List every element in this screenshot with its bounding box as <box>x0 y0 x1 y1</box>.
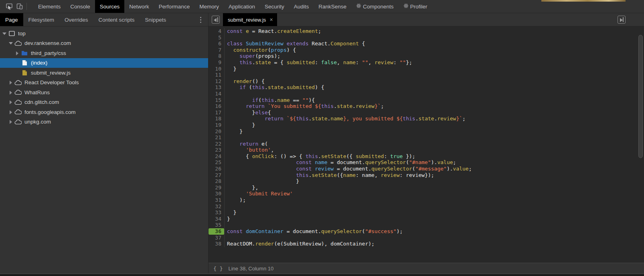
line-number[interactable]: 4 <box>209 28 225 34</box>
line-number[interactable]: 35 <box>209 222 225 228</box>
code-line-7[interactable]: 7 constructor(props) { <box>209 47 644 53</box>
code-line-26[interactable]: 26 const review = document.querySelector… <box>209 166 644 172</box>
code-text[interactable] <box>225 34 227 41</box>
line-number[interactable]: 37 <box>209 235 225 241</box>
code-line-4[interactable]: 4const e = React.createElement; <box>209 28 644 34</box>
line-number[interactable]: 15 <box>209 97 225 104</box>
code-line-21[interactable]: 21 <box>209 134 644 141</box>
main-tab-application[interactable]: Application <box>224 0 260 13</box>
code-text[interactable]: if(this.name == ""){ <box>225 97 315 104</box>
code-text[interactable]: const review = document.querySelector("#… <box>225 166 472 172</box>
code-text[interactable]: } <box>225 128 243 135</box>
code-text[interactable]: } <box>225 209 236 216</box>
line-number[interactable]: 14 <box>209 91 225 97</box>
navigator-tab-snippets[interactable]: Snippets <box>140 13 172 26</box>
line-number[interactable]: 29 <box>209 185 225 191</box>
code-text[interactable]: const name = document.querySelector("#na… <box>225 159 456 166</box>
code-line-13[interactable]: 13 if (this.state.submitted) { <box>209 84 644 91</box>
main-tab-memory[interactable]: Memory <box>194 0 224 13</box>
editor-scrollbar-thumb[interactable] <box>638 35 643 158</box>
pretty-print-icon[interactable]: { } <box>209 266 228 272</box>
code-text[interactable]: } <box>225 66 236 72</box>
line-number[interactable]: 38 <box>209 241 225 247</box>
code-text[interactable]: 'Submit Review' <box>225 191 293 197</box>
code-line-15[interactable]: 15 if(this.name == ""){ <box>209 97 644 104</box>
more-options-icon[interactable] <box>199 16 203 24</box>
line-number[interactable]: 27 <box>209 172 225 179</box>
main-tab-profiler[interactable]: Profiler <box>399 0 432 13</box>
code-line-12[interactable]: 12 render() { <box>209 78 644 85</box>
code-text[interactable]: const domContainer = document.querySelec… <box>225 228 403 235</box>
navigator-tab-filesystem[interactable]: Filesystem <box>23 13 60 26</box>
show-debugger-sidebar-icon[interactable] <box>618 16 626 24</box>
line-number[interactable]: 18 <box>209 116 225 122</box>
tree-item-unpkg-com[interactable]: unpkg.com <box>0 117 208 127</box>
code-line-17[interactable]: 17 }else{ <box>209 110 644 116</box>
code-line-19[interactable]: 19 } <box>209 122 644 128</box>
line-number[interactable]: 28 <box>209 178 225 185</box>
code-line-14[interactable]: 14 <box>209 91 644 97</box>
line-number[interactable]: 31 <box>209 197 225 203</box>
code-text[interactable]: this.state = { submitted: false, name: "… <box>225 59 412 66</box>
line-number[interactable]: 11 <box>209 72 225 78</box>
main-tab-performance[interactable]: Performance <box>154 0 194 13</box>
line-number[interactable]: 16 <box>209 103 225 110</box>
tree-item-dev-ranksense-com[interactable]: dev.ranksense.com <box>0 39 208 49</box>
code-line-16[interactable]: 16 return `You submitted ${this.state.re… <box>209 103 644 110</box>
line-number[interactable]: 10 <box>209 66 225 72</box>
main-tab-security[interactable]: Security <box>260 0 289 13</box>
line-number[interactable]: 9 <box>209 59 225 66</box>
line-number[interactable]: 6 <box>209 41 225 47</box>
editor-tab-submit-review[interactable]: submit_review.js × <box>223 13 277 26</box>
tree-item--index-[interactable]: (index) <box>0 58 208 68</box>
code-text[interactable] <box>225 222 227 228</box>
code-text[interactable]: 'button', <box>225 147 274 153</box>
code-text[interactable]: return `${this.state.name}, you submitte… <box>225 116 466 122</box>
navigator-tab-content-scripts[interactable]: Content scripts <box>93 13 140 26</box>
tree-item-third-party-css[interactable]: third_party/css <box>0 48 208 58</box>
main-tab-ranksense[interactable]: RankSense <box>314 0 351 13</box>
device-toolbar-icon[interactable] <box>14 2 25 11</box>
code-text[interactable] <box>225 235 227 241</box>
code-text[interactable]: constructor(props) { <box>225 47 296 53</box>
line-number[interactable]: 19 <box>209 122 225 128</box>
main-tab-components[interactable]: Components <box>351 0 399 13</box>
code-line-38[interactable]: 38ReactDOM.render(e(SubmitReview), domCo… <box>209 241 644 247</box>
code-area[interactable]: 4const e = React.createElement;56class S… <box>209 26 644 263</box>
code-line-28[interactable]: 28 } <box>209 178 644 185</box>
code-text[interactable]: } <box>225 178 299 185</box>
line-number[interactable]: 20 <box>209 128 225 135</box>
code-line-33[interactable]: 33 } <box>209 209 644 216</box>
code-line-35[interactable]: 35 <box>209 222 644 228</box>
line-number[interactable]: 34 <box>209 216 225 222</box>
code-text[interactable]: } <box>225 216 230 222</box>
tree-item-submit-review-js[interactable]: submit_review.js <box>0 68 208 78</box>
code-text[interactable] <box>225 72 227 78</box>
tree-item-cdn-glitch-com[interactable]: cdn.glitch.com <box>0 97 208 108</box>
main-tab-console[interactable]: Console <box>65 0 95 13</box>
code-line-30[interactable]: 30 'Submit Review' <box>209 191 644 197</box>
code-line-37[interactable]: 37 <box>209 235 644 241</box>
collapse-navigator-icon[interactable] <box>212 16 220 24</box>
inspect-element-icon[interactable] <box>4 2 14 11</box>
caret-closed-icon[interactable] <box>8 90 13 95</box>
line-number[interactable]: 12 <box>209 78 225 85</box>
main-tab-elements[interactable]: Elements <box>33 0 65 13</box>
code-text[interactable] <box>225 91 227 97</box>
code-text[interactable]: super(props); <box>225 53 280 59</box>
code-line-23[interactable]: 23 'button', <box>209 147 644 153</box>
code-line-5[interactable]: 5 <box>209 34 644 41</box>
code-text[interactable]: if (this.state.submitted) { <box>225 84 324 91</box>
code-line-29[interactable]: 29 }, <box>209 185 644 191</box>
navigator-tab-page[interactable]: Page <box>0 13 23 26</box>
caret-closed-icon[interactable] <box>8 110 13 115</box>
tree-item-top[interactable]: top <box>0 28 208 39</box>
main-tab-network[interactable]: Network <box>124 0 154 13</box>
caret-closed-icon[interactable] <box>14 51 20 56</box>
caret-closed-icon[interactable] <box>8 99 13 105</box>
line-number[interactable]: 33 <box>209 209 225 216</box>
code-text[interactable] <box>225 203 227 210</box>
navigator-tab-overrides[interactable]: Overrides <box>59 13 93 26</box>
main-tab-audits[interactable]: Audits <box>289 0 314 13</box>
tree-item-whatruns[interactable]: WhatRuns <box>0 87 208 97</box>
